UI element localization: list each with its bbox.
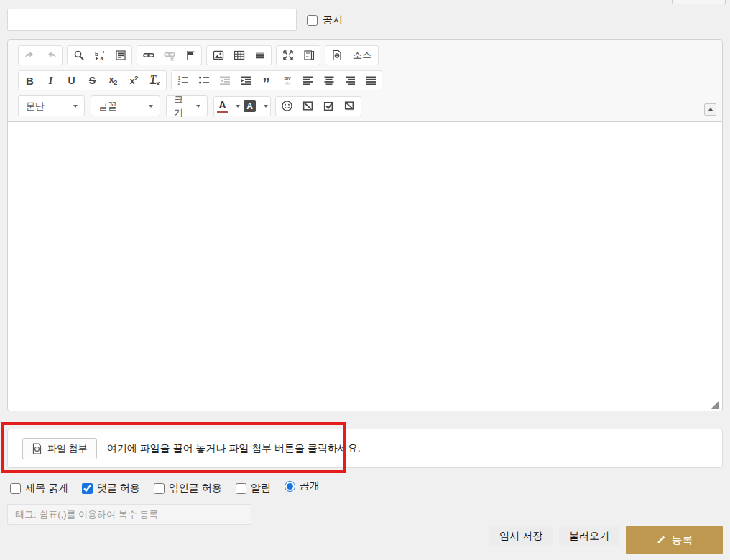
text-color-button[interactable]: A [215,97,242,116]
unlink-button[interactable] [159,46,180,65]
submit-button[interactable]: 등록 [626,526,723,554]
select-all-button[interactable] [110,46,131,65]
find-button[interactable] [68,46,89,65]
find-group: ba [67,45,132,65]
photo-icon [302,100,314,112]
justify-button[interactable] [360,71,381,90]
photo-button[interactable] [297,97,318,116]
svg-text:2: 2 [177,80,180,85]
option-allow-trackback[interactable]: 엮인글 허용 [154,482,222,495]
bullet-list-button[interactable] [193,71,214,90]
title-input[interactable] [7,9,297,31]
option-notification[interactable]: 알림 [236,482,271,495]
option-public[interactable]: 공개 [285,480,320,493]
flag-icon [185,50,196,61]
background-color-button[interactable]: A [242,97,269,116]
file-attach-button[interactable]: 파일 첨부 [22,438,97,459]
blockquote-button[interactable]: ” [256,71,277,90]
source-button[interactable]: 소스 [347,46,377,65]
resize-grip[interactable] [711,401,719,409]
allow-trackback-checkbox[interactable] [154,483,165,494]
triangle-up-icon [708,108,713,111]
paragraph-group: 12 ” DIV</> [171,70,382,90]
vote-button[interactable] [318,97,339,116]
horizontal-rule-icon [254,50,266,61]
anchor-button[interactable] [180,46,200,65]
top-partial-button[interactable] [672,0,726,4]
replace-button[interactable]: ba [89,46,110,65]
italic-button[interactable]: I [40,71,61,90]
table-button[interactable] [228,46,249,65]
paragraph-format-dropdown[interactable]: 문단 [18,95,85,116]
title-bold-checkbox[interactable] [10,483,21,494]
tag-input[interactable] [7,504,251,525]
undo-button[interactable] [19,46,40,65]
album-button[interactable] [339,97,360,116]
maximize-icon [282,50,294,61]
collapse-toolbar-button[interactable] [704,103,716,116]
font-label: 글꼴 [98,100,117,113]
remove-format-button[interactable]: Tx [144,71,165,90]
editor-bottom-bar [8,399,722,411]
emoticon-button[interactable] [277,97,297,116]
image-button[interactable] [208,46,228,65]
underline-button[interactable]: U [61,71,82,90]
strikethrough-button[interactable]: S [82,71,103,90]
align-left-icon [302,75,314,86]
svg-text:</>: </> [285,81,290,85]
svg-text:1: 1 [177,75,180,80]
view-group [276,45,320,65]
public-radio[interactable] [285,481,295,492]
source-label: 소스 [353,49,371,62]
undo-icon [24,50,36,61]
svg-text:b: b [95,51,98,57]
align-left-button[interactable] [297,71,318,90]
subscript-button[interactable]: x2 [103,71,124,90]
option-allow-comments[interactable]: 댓글 허용 [82,482,140,495]
table-icon [234,50,245,61]
outdent-button[interactable] [214,71,235,90]
link-group [137,45,202,65]
horizontal-rule-button[interactable] [249,46,270,65]
redo-button[interactable] [40,46,61,65]
file-attach-label: 파일 첨부 [47,442,88,455]
align-right-button[interactable] [339,71,360,90]
templates-button[interactable] [326,46,347,65]
chevron-down-icon [73,105,78,108]
notice-label: 공지 [323,14,343,27]
notification-checkbox[interactable] [236,483,246,494]
color-group: A A [213,96,271,116]
bold-button[interactable]: B [19,71,40,90]
align-center-icon [323,75,335,86]
redo-icon [45,50,57,61]
maximize-button[interactable] [277,46,298,65]
align-center-button[interactable] [318,71,339,90]
indent-icon [240,75,251,86]
indent-button[interactable] [235,71,256,90]
image-icon [213,50,224,61]
font-dropdown[interactable]: 글꼴 [91,95,160,116]
chevron-down-icon [149,105,153,108]
superscript-button[interactable]: x2 [124,71,144,90]
option-title-bold[interactable]: 제목 굵게 [10,482,68,495]
show-blocks-button[interactable] [298,46,319,65]
media-group [275,96,361,116]
notice-checkbox[interactable] [307,15,318,26]
add-file-icon [32,443,42,454]
file-attach-hint: 여기에 파일을 끌어 놓거나 파일 첨부 버튼을 클릭하세요. [107,442,361,455]
link-button[interactable] [138,46,159,65]
chevron-down-icon [196,105,200,108]
svg-text:DIV: DIV [284,76,291,80]
footer-actions: 임시 저장 불러오기 등록 [489,526,723,554]
editor-content[interactable] [8,122,722,399]
allow-comments-checkbox[interactable] [82,483,93,494]
size-dropdown[interactable]: 크기 [166,95,208,116]
ordered-list-button[interactable]: 12 [172,71,193,90]
load-button[interactable]: 불러오기 [559,526,619,546]
div-container-button[interactable]: DIV</> [277,71,297,90]
svg-text:a: a [100,55,103,62]
smiley-icon [281,100,293,112]
temp-save-button[interactable]: 임시 저장 [489,526,553,546]
editor-toolbar: ba [8,40,722,122]
background-color-icon: A [244,100,256,112]
